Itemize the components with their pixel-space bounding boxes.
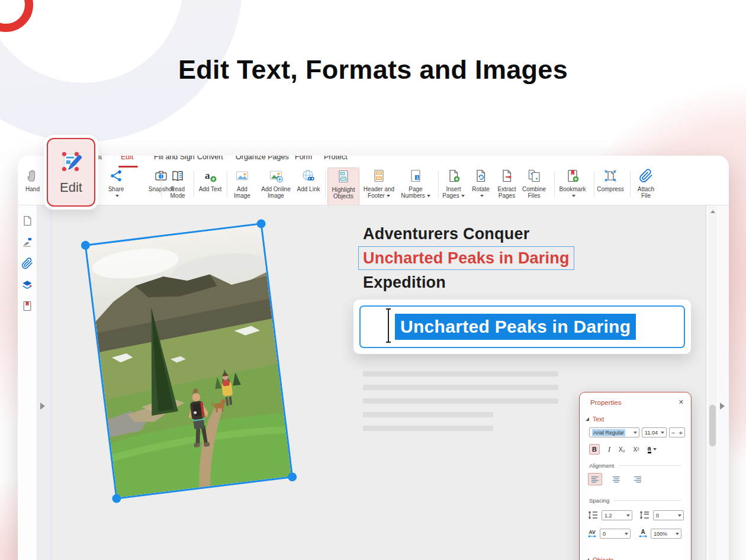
chevron-down-icon: [634, 432, 637, 434]
toolbar-extract-pages-button[interactable]: Extract Pages: [494, 169, 520, 204]
font-size-select[interactable]: 11.04: [642, 427, 667, 437]
spacing-label: Spacing: [589, 497, 609, 504]
tab-protect[interactable]: Protect: [324, 156, 348, 161]
layers-panel-icon[interactable]: [21, 279, 33, 291]
attach-file-icon: [632, 169, 660, 185]
toolbar-hand-button[interactable]: Hand: [20, 169, 46, 204]
tab-fill-and-sign[interactable]: Fill and Sign: [154, 156, 195, 161]
align-right-button[interactable]: [631, 473, 645, 485]
right-panel-strip: [718, 205, 729, 560]
character-spacing-icon: AV: [588, 530, 596, 538]
left-sidebar: [18, 205, 37, 560]
font-color-caret: [653, 448, 657, 450]
headline-line1: Adventurers Conquer: [363, 222, 574, 246]
paragraph-spacing-icon: [639, 511, 649, 520]
superscript-button[interactable]: X²: [634, 446, 639, 453]
horizontal-scale-icon: A: [639, 530, 647, 538]
align-left-button[interactable]: [588, 473, 602, 485]
toolbar-rotate-button[interactable]: Rotate: [468, 169, 494, 204]
text-cursor-ibeam: [384, 307, 393, 346]
character-spacing-select[interactable]: 0: [600, 529, 631, 539]
scroll-up-arrow[interactable]: [710, 210, 715, 213]
pages-panel-icon[interactable]: [21, 215, 33, 227]
paragraph-spacing-select[interactable]: 0: [653, 510, 684, 520]
toolbar-add-image-button[interactable]: Add Image: [228, 169, 256, 204]
align-center-button[interactable]: [609, 473, 623, 485]
objects-section-header[interactable]: Objects: [586, 556, 691, 560]
headline-line2-selected[interactable]: Uncharted Peaks in Daring: [358, 246, 574, 270]
toolbar-divider: [438, 171, 439, 197]
document-headline[interactable]: Adventurers Conquer Uncharted Peaks in D…: [363, 222, 574, 295]
subscript-button[interactable]: X₂: [619, 446, 625, 453]
app-window: Comment Edit Fill and Sign Convert Organ…: [18, 156, 729, 560]
toolbar-compress-button[interactable]: Compress: [596, 169, 625, 204]
toolbar-add-text-button[interactable]: a Add Text: [196, 169, 224, 204]
horizontal-scale-select[interactable]: 100%: [651, 529, 681, 539]
toolbar-add-link-button[interactable]: Add Link: [295, 169, 321, 204]
mountain-photo: [86, 225, 291, 498]
toolbar-divider: [554, 171, 555, 197]
scroll-divider: [706, 205, 706, 560]
font-color-button[interactable]: a: [648, 445, 657, 453]
page-title: Edit Text, Formats and Images: [0, 54, 746, 85]
share-icon: [103, 169, 129, 185]
compress-icon: [596, 169, 625, 185]
alignment-label: Alignment: [589, 462, 614, 469]
toolbar-read-mode-button[interactable]: Read Mode: [163, 169, 192, 204]
toolbar-attach-file-button[interactable]: Attach File: [632, 169, 660, 204]
toolbar-compress-label: Compress: [596, 186, 625, 192]
tab-organize-pages[interactable]: Organize Pages: [236, 156, 289, 161]
close-icon[interactable]: ✕: [679, 398, 684, 406]
page: Edit Text, Formats and Images Comment Ed…: [0, 0, 746, 560]
edit-tool-icon: [59, 150, 83, 177]
italic-button[interactable]: I: [608, 445, 610, 454]
toolbar-divider: [594, 171, 594, 197]
toolbar-header-footer-button[interactable]: Header and Footer: [356, 169, 401, 204]
svg-text:1: 1: [416, 176, 419, 180]
add-link-icon: [295, 169, 321, 185]
toolbar-insert-pages-button[interactable]: Insert Pages: [439, 169, 468, 204]
toolbar-add-online-image-button[interactable]: Add Online Image: [255, 169, 297, 204]
toolbar-bookmark-button[interactable]: Bookmark: [557, 169, 589, 204]
selected-text[interactable]: Uncharted Peaks in Daring: [395, 314, 636, 340]
edit-callout-label: Edit: [60, 180, 82, 195]
toolbar-highlight-objects-label: Highlight Objects: [328, 186, 359, 199]
toolbar-highlight-objects-button[interactable]: Highlight Objects: [327, 168, 359, 207]
toolbar-combine-files-button[interactable]: Combine Files: [520, 169, 548, 204]
font-size-stepper[interactable]: − +: [669, 427, 685, 437]
tab-edit[interactable]: Edit: [121, 156, 134, 161]
bold-button[interactable]: B: [589, 444, 600, 455]
size-decrease-button[interactable]: −: [671, 429, 675, 436]
text-section-header[interactable]: Text: [586, 416, 691, 423]
tab-convert[interactable]: Convert: [197, 156, 223, 161]
share-dropdown-caret: [115, 195, 119, 197]
size-increase-button[interactable]: +: [679, 429, 682, 436]
line-spacing-select[interactable]: 1.2: [602, 510, 632, 520]
font-family-select[interactable]: Arial Regular: [589, 427, 639, 437]
combine-files-icon: [520, 169, 548, 185]
tab-edit-underline: [118, 166, 138, 168]
toolbar-attach-file-label: Attach File: [632, 186, 660, 199]
toolbar-share-button[interactable]: Share: [103, 169, 129, 204]
edit-tool-callout[interactable]: Edit: [44, 135, 98, 210]
right-panel-expand-arrow[interactable]: [720, 403, 725, 410]
toolbar-page-numbers-button[interactable]: 1 Page Numbers: [397, 169, 435, 204]
bookmark-add-icon: [557, 169, 589, 185]
tab-form[interactable]: Form: [295, 156, 312, 161]
signature-panel-icon[interactable]: [21, 236, 33, 248]
selected-image[interactable]: [85, 223, 294, 500]
placeholder-line: [363, 426, 493, 431]
bookmark-dropdown-caret: [572, 195, 575, 197]
insert-pages-icon: [439, 169, 468, 185]
attachments-panel-icon[interactable]: [21, 258, 33, 269]
scrollbar-thumb[interactable]: [709, 405, 716, 446]
bookmarks-panel-icon[interactable]: [21, 300, 33, 312]
placeholder-line: [363, 385, 558, 390]
text-edit-popup: Uncharted Peaks in Daring: [353, 300, 691, 354]
left-panel-expand-arrow[interactable]: [40, 403, 45, 410]
properties-title: Properties: [590, 399, 621, 406]
highlight-objects-icon: [328, 169, 359, 185]
vertical-scrollbar[interactable]: [708, 205, 717, 560]
read-mode-icon: [163, 169, 192, 185]
text-edit-field[interactable]: Uncharted Peaks in Daring: [359, 305, 685, 348]
